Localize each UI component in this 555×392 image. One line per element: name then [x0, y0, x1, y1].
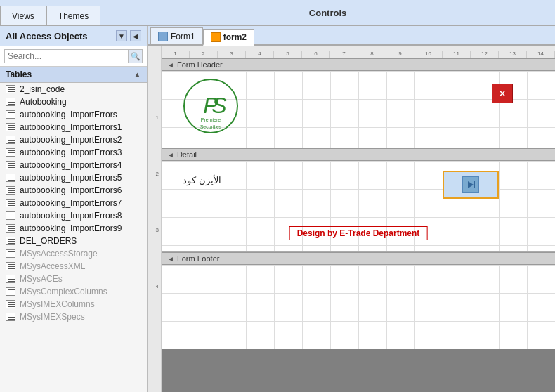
list-item[interactable]: 2_isin_code	[0, 83, 147, 96]
list-item[interactable]: autobooking_ImportErrors3	[0, 146, 147, 159]
sidebar-menu-btn[interactable]: ▼	[116, 30, 127, 41]
form1-icon	[158, 32, 168, 41]
table-name: autobooking_ImportErrors5	[20, 173, 122, 183]
form-header-content: P S Premiere Securities ×	[162, 71, 555, 148]
table-icon	[6, 199, 15, 207]
table-name: MSysAccessStorage	[20, 249, 98, 259]
close-button[interactable]: ×	[492, 84, 513, 103]
list-item[interactable]: DEL_ORDERS	[0, 235, 147, 247]
form-canvas[interactable]: ◄ Form Header P S Premier	[162, 58, 555, 392]
sidebar-header-icons: ▼ ◀	[116, 30, 141, 41]
table-icon	[6, 275, 15, 283]
list-item[interactable]: MSysIMEXColumns	[0, 298, 147, 311]
form-detail-content: الأيزن كود D	[162, 161, 555, 252]
logo-container: P S Premiere Securities	[183, 78, 239, 134]
table-name: autobooking_ImportErrors4	[20, 160, 122, 170]
form-detail-label: Detail	[177, 150, 197, 159]
tab-form1[interactable]: Form1	[150, 27, 203, 44]
ruler-cell: 9	[386, 51, 414, 58]
table-name: autobooking_ImportErrors	[20, 110, 117, 119]
svg-text:Premiere: Premiere	[201, 117, 221, 122]
ruler-numbers: 1 2 3 4 5 6 7 8 9 10 11 12 13	[162, 51, 555, 58]
list-item[interactable]: autobooking_ImportErrors	[0, 108, 147, 121]
grid-overlay	[162, 265, 555, 349]
content-area: Form1 form2 1 2 3 4	[148, 26, 555, 392]
list-item[interactable]: MSysAccessStorage	[0, 247, 147, 260]
tab-themes[interactable]: Themes	[46, 6, 100, 25]
form-detail-bar: ◄ Detail	[162, 148, 555, 161]
table-icon	[6, 110, 15, 119]
controls-section-label: Controls	[100, 8, 555, 18]
list-item[interactable]: MSysACEs	[0, 273, 147, 285]
arabic-label: الأيزن كود	[183, 175, 221, 185]
table-name: MSysACEs	[20, 274, 63, 284]
tables-label: Tables	[6, 70, 32, 79]
list-item[interactable]: autobooking_ImportErrors4	[0, 159, 147, 171]
list-item[interactable]: MSysComplexColumns	[0, 285, 147, 298]
table-icon	[6, 148, 15, 157]
table-icon	[6, 237, 15, 245]
table-name: MSysComplexColumns	[20, 287, 107, 296]
form-footer-label: Form Footer	[177, 254, 220, 263]
list-item[interactable]: autobooking_ImportErrors5	[0, 171, 147, 184]
collapse-icon: ▲	[133, 70, 141, 79]
table-name: autobooking_ImportErrors3	[20, 148, 122, 157]
list-item[interactable]: autobooking_ImportErrors2	[0, 133, 147, 146]
ruler-cell: 5	[274, 51, 302, 58]
list-item[interactable]: autobooking_ImportErrors1	[0, 121, 147, 133]
form-footer-bar: ◄ Form Footer	[162, 252, 555, 265]
tab-views[interactable]: Views	[0, 6, 46, 25]
list-item[interactable]: autobooking_ImportErrors9	[0, 222, 147, 235]
svg-text:S: S	[211, 93, 226, 118]
logo-svg: P S Premiere Securities	[183, 78, 239, 134]
ruler-cell: 14	[527, 51, 555, 58]
nav-next-icon[interactable]	[462, 176, 479, 193]
form-main-row: 1 2 3 4 ◄ Form Header	[148, 58, 555, 392]
ruler-mark-4: 4	[148, 283, 161, 289]
list-item[interactable]: MSysIMEXSpecs	[0, 311, 147, 323]
ruler-top: 1 2 3 4 5 6 7 8 9 10 11 12 13	[162, 46, 555, 58]
table-icon	[6, 262, 15, 270]
table-icon	[6, 85, 15, 93]
sidebar: All Access Objects ▼ ◀ 🔍 Tables ▲ 2_isin…	[0, 26, 148, 392]
tables-section: Tables ▲ 2_isin_code Autobooking autoboo…	[0, 67, 147, 392]
table-name: autobooking_ImportErrors1	[20, 122, 122, 132]
nav-control[interactable]	[443, 171, 499, 199]
form1-label: Form1	[171, 32, 195, 41]
list-item[interactable]: autobooking_ImportErrors6	[0, 184, 147, 197]
list-item[interactable]: autobooking_ImportErrors7	[0, 197, 147, 209]
table-icon	[6, 211, 15, 220]
ruler-cell: 2	[190, 51, 218, 58]
table-name: autobooking_ImportErrors8	[20, 211, 122, 221]
table-name: autobooking_ImportErrors6	[20, 185, 122, 195]
search-input[interactable]	[4, 49, 129, 63]
table-name: autobooking_ImportErrors7	[20, 198, 122, 208]
sidebar-collapse-btn[interactable]: ◀	[130, 30, 141, 41]
search-button[interactable]: 🔍	[129, 49, 143, 63]
table-icon	[6, 174, 15, 182]
table-name: MSysIMEXColumns	[20, 299, 95, 309]
tab-form2[interactable]: form2	[203, 29, 254, 46]
sidebar-title: All Access Objects	[6, 31, 88, 41]
list-item[interactable]: autobooking_ImportErrors8	[0, 209, 147, 222]
ruler-cell: 11	[443, 51, 471, 58]
form2-icon	[211, 32, 221, 42]
table-name: 2_isin_code	[20, 84, 65, 94]
table-name: MSysAccessXML	[20, 261, 85, 271]
tables-section-header[interactable]: Tables ▲	[0, 67, 147, 83]
form-header-bar: ◄ Form Header	[162, 58, 555, 71]
next-icon-svg	[466, 180, 476, 190]
svg-text:Securities: Securities	[200, 124, 222, 129]
table-icon	[6, 224, 15, 233]
main-layout: All Access Objects ▼ ◀ 🔍 Tables ▲ 2_isin…	[0, 26, 555, 392]
ruler-cell: 10	[414, 51, 443, 58]
ruler-cell: 12	[471, 51, 499, 58]
table-name: MSysIMEXSpecs	[20, 312, 85, 322]
table-icon	[6, 313, 15, 321]
tab-views-label: Views	[12, 11, 34, 21]
table-icon	[6, 98, 15, 106]
list-item[interactable]: Autobooking	[0, 96, 147, 108]
ruler-cell: 1	[162, 51, 190, 58]
list-item[interactable]: MSysAccessXML	[0, 260, 147, 273]
toolbar: Views Themes Controls	[0, 0, 555, 26]
